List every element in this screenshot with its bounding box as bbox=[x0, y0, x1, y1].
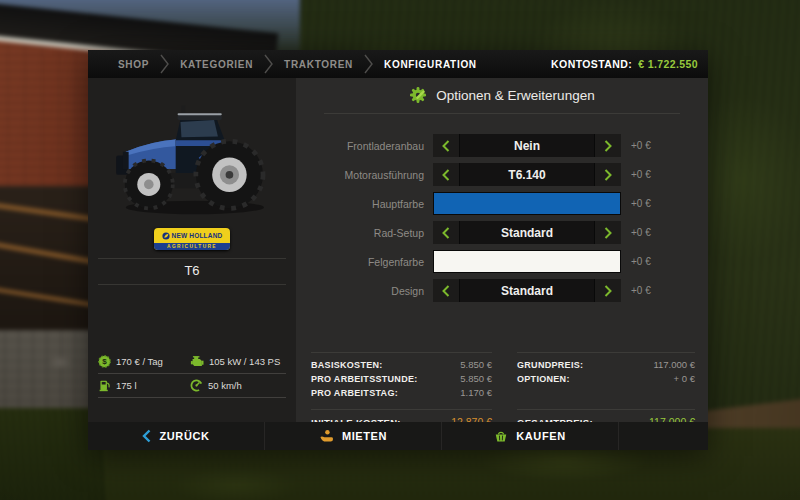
rent-hand-icon bbox=[319, 429, 334, 443]
divider bbox=[98, 284, 286, 285]
game-screen: SHOP KATEGORIEN TRAKTOREN KONFIGURATION … bbox=[0, 0, 800, 500]
option-price: +0 € bbox=[631, 227, 651, 238]
option-row-rad-setup: Rad-Setup Standard +0 € bbox=[296, 221, 708, 244]
stat-value: 175 l bbox=[116, 380, 137, 391]
next-option-button[interactable] bbox=[595, 163, 621, 186]
vehicle-stats: $ 170 € / Tag bbox=[88, 350, 296, 398]
design-selector: Standard bbox=[433, 279, 621, 302]
stat-value: 170 € / Tag bbox=[116, 356, 163, 367]
frontloader-selector: Nein bbox=[433, 134, 621, 157]
shop-config-panel: SHOP KATEGORIEN TRAKTOREN KONFIGURATION … bbox=[88, 50, 708, 450]
vehicle-name: T6 bbox=[88, 263, 296, 278]
coin-icon: $ bbox=[98, 355, 111, 368]
option-value: Standard bbox=[460, 221, 594, 244]
cost-row: GRUNDPREIS: 117.000 € bbox=[517, 358, 695, 372]
engine-selector: T6.140 bbox=[433, 163, 621, 186]
breadcrumb-shop[interactable]: SHOP bbox=[118, 59, 149, 70]
breadcrumb-kategorien[interactable]: KATEGORIEN bbox=[180, 59, 253, 70]
prev-option-button[interactable] bbox=[433, 221, 459, 244]
prev-option-button[interactable] bbox=[433, 163, 459, 186]
option-price: +0 € bbox=[631, 198, 651, 209]
cost-value: 1.170 € bbox=[460, 386, 492, 400]
brand-leaf-icon bbox=[162, 232, 170, 240]
breadcrumb-traktoren[interactable]: TRAKTOREN bbox=[284, 59, 353, 70]
buy-button[interactable]: KAUFEN bbox=[442, 422, 619, 450]
option-label: Hauptfarbe bbox=[296, 198, 433, 210]
back-label: ZURÜCK bbox=[159, 430, 209, 442]
option-price: +0 € bbox=[631, 169, 651, 180]
stats-row: 175 l 50 km/h bbox=[98, 374, 286, 398]
option-price: +0 € bbox=[631, 285, 651, 296]
option-value: Standard bbox=[460, 279, 594, 302]
cost-row: PRO ARBEITSSTUNDE: 5.850 € bbox=[311, 372, 492, 386]
option-price: +0 € bbox=[631, 256, 651, 267]
back-button[interactable]: ZURÜCK bbox=[88, 422, 265, 450]
buy-basket-icon bbox=[494, 429, 508, 443]
prev-option-button[interactable] bbox=[433, 134, 459, 157]
stat-value: 105 kW / 143 PS bbox=[209, 356, 280, 367]
next-option-button[interactable] bbox=[595, 134, 621, 157]
option-label: Frontladeranbau bbox=[296, 140, 433, 152]
running-costs-block: BASISKOSTEN: 5.850 € PRO ARBEITSSTUNDE: … bbox=[311, 352, 492, 430]
account-balance: KONTOSTAND: € 1.722.550 bbox=[551, 58, 708, 70]
fuel-capacity-stat: 175 l bbox=[98, 379, 190, 392]
main-color-swatch[interactable] bbox=[433, 192, 621, 215]
rim-color-swatch[interactable] bbox=[433, 250, 621, 273]
brand-name: NEW HOLLAND bbox=[172, 232, 223, 239]
speedometer-icon bbox=[190, 379, 203, 392]
front-wheel bbox=[125, 160, 173, 208]
option-rows: Frontladeranbau Nein +0 € Motorausfü bbox=[296, 134, 708, 308]
next-option-button[interactable] bbox=[595, 221, 621, 244]
cost-value: 5.850 € bbox=[460, 358, 492, 372]
cost-label: OPTIONEN: bbox=[517, 372, 570, 386]
prev-option-button[interactable] bbox=[433, 279, 459, 302]
rent-button[interactable]: MIETEN bbox=[265, 422, 442, 450]
brand-logo: NEW HOLLAND AGRICULTURE bbox=[154, 228, 230, 250]
brand-subtitle: AGRICULTURE bbox=[167, 244, 217, 249]
divider bbox=[324, 113, 680, 114]
option-row-hauptfarbe: Hauptfarbe +0 € bbox=[296, 192, 708, 215]
cost-value: 5.850 € bbox=[460, 372, 492, 386]
option-row-frontladeranbau: Frontladeranbau Nein +0 € bbox=[296, 134, 708, 157]
breadcrumb-konfiguration[interactable]: KONFIGURATION bbox=[384, 59, 477, 70]
next-option-button[interactable] bbox=[595, 279, 621, 302]
engine-icon bbox=[190, 355, 204, 368]
stat-value: 50 km/h bbox=[208, 380, 242, 391]
cost-row: BASISKOSTEN: 5.850 € bbox=[311, 358, 492, 372]
option-value: T6.140 bbox=[460, 163, 594, 186]
cost-row: PRO ARBEITSTAG: 1.170 € bbox=[311, 386, 492, 400]
rent-label: MIETEN bbox=[342, 430, 387, 442]
power-stat: 105 kW / 143 PS bbox=[190, 355, 280, 368]
buy-label: KAUFEN bbox=[516, 430, 565, 442]
purchase-price-block: GRUNDPREIS: 117.000 € OPTIONEN: + 0 € GE… bbox=[517, 352, 695, 430]
gear-wrench-icon bbox=[409, 86, 427, 104]
option-label: Rad-Setup bbox=[296, 227, 433, 239]
divider bbox=[517, 352, 695, 353]
option-label: Design bbox=[296, 285, 433, 297]
breadcrumb: SHOP KATEGORIEN TRAKTOREN KONFIGURATION … bbox=[88, 50, 708, 78]
divider bbox=[311, 352, 492, 353]
price-per-day-stat: $ 170 € / Tag bbox=[98, 355, 190, 368]
vehicle-preview-panel: NEW HOLLAND AGRICULTURE T6 $ bbox=[88, 78, 296, 422]
option-value: Nein bbox=[460, 134, 594, 157]
option-row-design: Design Standard +0 € bbox=[296, 279, 708, 302]
option-row-motorausfuehrung: Motorausführung T6.140 +0 € bbox=[296, 163, 708, 186]
chevron-right-icon bbox=[264, 54, 273, 74]
option-label: Motorausführung bbox=[296, 169, 433, 181]
cost-label: BASISKOSTEN: bbox=[311, 358, 383, 372]
cost-value: + 0 € bbox=[674, 372, 695, 386]
rear-wheel bbox=[196, 141, 263, 208]
cost-row: OPTIONEN: + 0 € bbox=[517, 372, 695, 386]
fuel-icon bbox=[98, 379, 111, 392]
balance-label: KONTOSTAND: bbox=[551, 58, 632, 70]
option-label: Felgenfarbe bbox=[296, 256, 433, 268]
stats-row: $ 170 € / Tag bbox=[98, 350, 286, 374]
chevron-right-icon bbox=[160, 54, 169, 74]
wheel-setup-selector: Standard bbox=[433, 221, 621, 244]
configuration-panel: Optionen & Erweiterungen Frontladeranbau… bbox=[296, 78, 708, 422]
cost-label: PRO ARBEITSTAG: bbox=[311, 386, 398, 400]
divider bbox=[98, 258, 286, 259]
option-row-felgenfarbe: Felgenfarbe +0 € bbox=[296, 250, 708, 273]
chevron-left-icon bbox=[142, 429, 151, 443]
config-header: Optionen & Erweiterungen bbox=[296, 86, 708, 104]
